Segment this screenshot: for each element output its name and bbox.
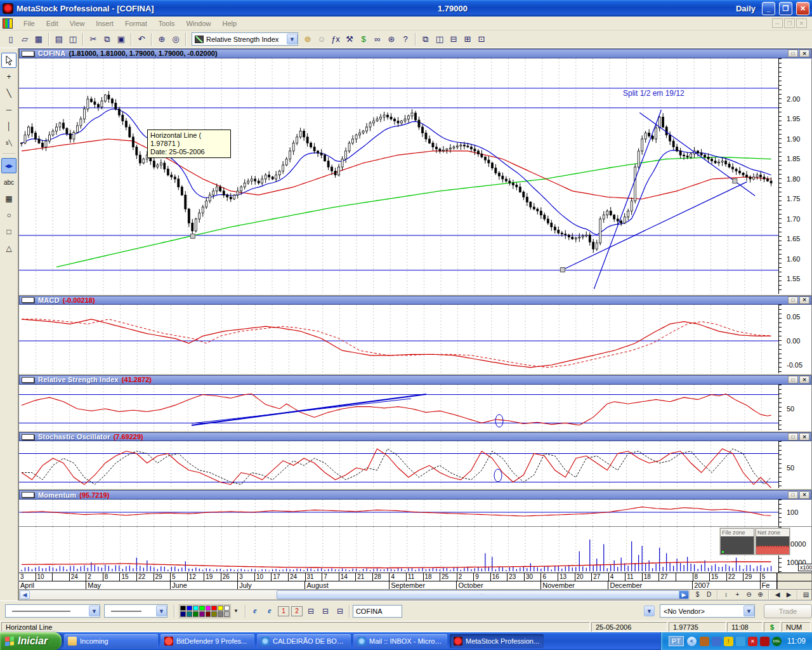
bitdefender-tray-icon[interactable] xyxy=(760,637,769,646)
layout-options-icon[interactable]: ⊡ xyxy=(475,32,488,46)
macd-axis[interactable]: 0.050.00-0.05 xyxy=(778,305,811,373)
menu-edit[interactable]: Edit xyxy=(41,18,64,29)
print-icon[interactable]: ▤ xyxy=(52,32,66,46)
stochastic-panel-close-button[interactable]: ✕ xyxy=(799,433,809,441)
menu-help[interactable]: Help xyxy=(217,18,243,29)
macd-panel-close-button[interactable]: ✕ xyxy=(799,296,809,304)
rsi-chart[interactable] xyxy=(19,385,778,430)
rsi-panel-close-button[interactable]: ✕ xyxy=(799,376,809,383)
menu-file[interactable]: File xyxy=(18,18,41,29)
stochastic-panel-header[interactable]: Stochastic Oscillator (7.69229) □ ✕ xyxy=(19,432,811,442)
start-button[interactable]: Iniciar xyxy=(0,632,62,650)
price-panel-collapse-button[interactable] xyxy=(22,51,34,56)
price-chart[interactable]: Split 1/2 em 19/12 Horizontal Line ( 1.9… xyxy=(19,58,778,294)
zoom-chart-icon[interactable]: ◎ xyxy=(169,32,183,46)
new-chart-2-icon[interactable]: 2 xyxy=(291,606,303,616)
sell-limit-tool[interactable]: s╲ xyxy=(1,135,16,150)
indicator-builder-icon[interactable]: ƒx xyxy=(329,32,343,46)
dual-monitor-tray-icon[interactable] xyxy=(736,637,745,646)
pointer-tool[interactable] xyxy=(1,53,16,68)
context-help-icon[interactable]: ? xyxy=(398,32,412,46)
new-chart-1-icon[interactable]: 1 xyxy=(278,606,289,616)
layout-bottom-icon[interactable]: ⊟ xyxy=(334,605,346,618)
chevron-down-icon[interactable]: ▼ xyxy=(743,606,754,616)
stochastic-axis[interactable]: 50 xyxy=(778,441,811,488)
vertical-line-tool[interactable]: │ xyxy=(1,119,16,134)
restore-button[interactable]: ❐ xyxy=(779,2,792,15)
open-icon[interactable]: ▱ xyxy=(18,32,32,46)
color-swatch[interactable] xyxy=(193,611,199,617)
macd-panel-collapse-button[interactable] xyxy=(22,297,34,303)
hide-tray-icons-chevron[interactable]: < xyxy=(687,637,697,646)
rsi-panel-header[interactable]: Relative Strength Index (41.2872) □ ✕ xyxy=(19,375,811,385)
color-swatch[interactable] xyxy=(211,611,217,617)
scroll-right-arrow[interactable]: ▶ xyxy=(679,590,689,599)
horizontal-line-tool[interactable]: ─ xyxy=(1,102,16,117)
color-swatch[interactable] xyxy=(199,606,205,611)
color-swatch[interactable] xyxy=(193,606,199,611)
price-panel-close-button[interactable]: ✕ xyxy=(799,50,809,57)
chevron-down-icon[interactable]: ▼ xyxy=(89,606,100,616)
layout-middle-icon[interactable]: ⊟ xyxy=(319,605,332,618)
cut-icon[interactable]: ✂ xyxy=(86,32,100,46)
menu-format[interactable]: Format xyxy=(119,18,153,29)
explorer-icon[interactable]: ∞ xyxy=(370,32,384,46)
price-panel-header[interactable]: COFINA (1.81000, 1.81000, 1.79000, 1.790… xyxy=(19,49,811,58)
menu-tools[interactable]: Tools xyxy=(153,18,181,29)
momentum-chart[interactable] xyxy=(19,500,778,526)
symbol-combo-arrow[interactable]: ▼ xyxy=(644,606,655,616)
undo-icon[interactable]: ↶ xyxy=(134,32,148,46)
portfolio-icon[interactable]: ⊛ xyxy=(384,32,398,46)
dsl-status-tray-icon[interactable]: DSL xyxy=(772,637,782,646)
momentum-panel-close-button[interactable]: ✕ xyxy=(799,491,809,499)
expert-advisor-icon[interactable]: ☺ xyxy=(315,32,329,46)
momentum-panel-collapse-button[interactable] xyxy=(22,492,34,498)
layout-top-icon[interactable]: ⊟ xyxy=(304,605,317,618)
scrollbar-thumb[interactable]: ∙∙∙ xyxy=(277,590,688,599)
emule-tray-icon[interactable] xyxy=(700,637,709,646)
minimize-button[interactable]: _ xyxy=(762,2,775,15)
new-icon[interactable]: ▯ xyxy=(4,32,18,46)
stochastic-panel-maximize-button[interactable]: □ xyxy=(788,433,798,441)
momentum-panel-header[interactable]: Momentum (95.7219) □ ✕ xyxy=(19,490,811,500)
chart-window-icon[interactable] xyxy=(3,18,13,29)
task-incoming[interactable]: Incoming xyxy=(64,634,158,648)
color-swatch[interactable] xyxy=(218,606,223,611)
text-tool[interactable]: abc xyxy=(1,175,16,190)
color-swatch[interactable] xyxy=(218,611,223,617)
color-swatch[interactable] xyxy=(187,611,192,617)
momentum-axis[interactable]: 100 xyxy=(778,500,811,526)
close-button[interactable]: ✕ xyxy=(796,2,809,15)
color-swatch[interactable] xyxy=(206,611,211,617)
macd-panel-maximize-button[interactable]: □ xyxy=(788,296,798,304)
paste-icon[interactable]: ▣ xyxy=(114,32,128,46)
price-axis[interactable]: 2.001.951.901.851.801.751.701.651.601.55 xyxy=(778,58,811,294)
print-preview-icon[interactable]: ◫ xyxy=(66,32,80,46)
price-panel-maximize-button[interactable]: □ xyxy=(788,50,798,57)
macd-chart[interactable] xyxy=(19,305,778,373)
dollar-quotes-icon[interactable]: $ xyxy=(357,32,370,46)
task-caldeiro[interactable]: CALDEIRÃO DE BOLS... xyxy=(257,634,351,648)
mdi-close-button[interactable]: ✕ xyxy=(796,18,807,28)
mdi-minimize-button[interactable]: ─ xyxy=(772,18,783,28)
crosshair-tool[interactable]: + xyxy=(1,69,16,84)
security-alert-tray-icon[interactable]: ! xyxy=(724,637,733,646)
scroll-chart-right-button[interactable]: ▶ xyxy=(783,590,794,599)
rsi-axis[interactable]: 50 xyxy=(778,385,811,430)
momentum-panel-maximize-button[interactable]: □ xyxy=(788,491,798,499)
task-mail[interactable]: Mail :: INBOX - Micros... xyxy=(353,634,447,648)
system-tester-icon[interactable]: ⚒ xyxy=(343,32,357,46)
copy-icon[interactable]: ⧉ xyxy=(100,32,114,46)
tile-grid-icon[interactable]: ⊞ xyxy=(461,32,475,46)
crosshair-pointer-icon[interactable]: ⊕ xyxy=(155,32,169,46)
indicator-quicklist[interactable]: Relative Strength Index ▼ xyxy=(192,32,298,46)
stochastic-panel-collapse-button[interactable] xyxy=(22,434,34,440)
save-icon[interactable]: ▦ xyxy=(32,32,46,46)
trendline-tool[interactable]: ╲ xyxy=(1,86,16,101)
color-swatch[interactable] xyxy=(206,606,211,611)
stochastic-chart[interactable] xyxy=(19,441,778,488)
language-indicator[interactable]: PT xyxy=(669,636,684,646)
tile-vertical-icon[interactable]: ◫ xyxy=(433,32,447,46)
alerts-icon[interactable]: ⊚ xyxy=(301,32,315,46)
color-swatch[interactable] xyxy=(224,606,230,611)
